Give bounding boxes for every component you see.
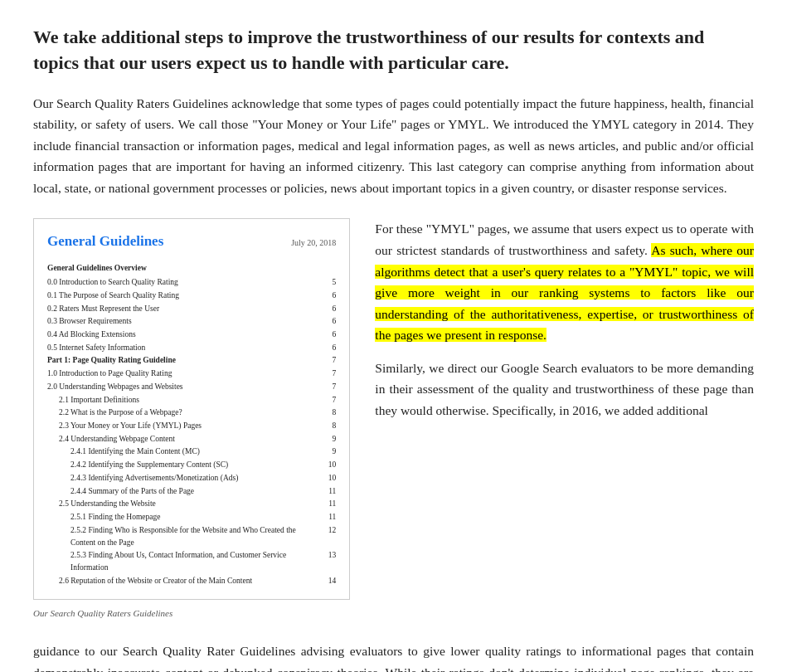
right-paragraph-1: For these "YMYL" pages, we assume that u… xyxy=(375,218,754,345)
toc-item: 1.0 Introduction to Page Quality Rating7 xyxy=(47,368,336,381)
toc-item-label: 2.0 Understanding Webpages and Websites xyxy=(47,381,183,393)
toc-item-page: 9 xyxy=(333,433,337,446)
toc-item-label: 0.0 Introduction to Search Quality Ratin… xyxy=(47,276,178,289)
guidelines-box: General Guidelines July 20, 2018 General… xyxy=(33,218,350,599)
toc-item: 2.4.4 Summary of the Parts of the Page11 xyxy=(47,485,336,498)
toc-item-page: 6 xyxy=(333,290,337,302)
bottom-paragraph: guidance to our Search Quality Rater Gui… xyxy=(33,640,754,672)
toc-item: 2.6 Reputation of the Website or Creator… xyxy=(47,574,336,587)
toc-item-label: 2.4 Understanding Webpage Content xyxy=(59,433,175,446)
toc-item-page: 6 xyxy=(333,303,337,315)
toc-item: 2.4.2 Identifying the Supplementary Cont… xyxy=(47,459,336,472)
toc-item: 0.3 Browser Requirements6 xyxy=(47,315,336,329)
highlighted-text: As such, where our algorithms detect tha… xyxy=(375,243,754,342)
guidelines-caption: Our Search Quality Raters Guidelines xyxy=(33,606,350,621)
page-heading: We take additional steps to improve the … xyxy=(33,25,754,76)
toc-overview-header: General Guidelines Overview xyxy=(47,262,336,275)
intro-paragraph: Our Search Quality Raters Guidelines ack… xyxy=(33,93,754,199)
toc-item-page: 8 xyxy=(333,407,337,419)
toc-item-label: 2.5.1 Finding the Homepage xyxy=(70,511,160,523)
toc-item: 0.4 Ad Blocking Extensions6 xyxy=(47,329,336,342)
toc-item-label: 1.0 Introduction to Page Quality Rating xyxy=(47,368,172,380)
toc-item-page: 6 xyxy=(333,315,337,328)
toc-item-label: 0.3 Browser Requirements xyxy=(47,315,132,328)
toc-item: 2.5.2 Finding Who is Responsible for the… xyxy=(47,523,336,548)
toc-item-page: 7 xyxy=(333,368,337,380)
toc-item: 2.5.3 Finding About Us, Contact Informat… xyxy=(47,549,336,574)
toc-item-page: 7 xyxy=(333,354,337,367)
guidelines-header: General Guidelines July 20, 2018 xyxy=(47,231,336,256)
toc-item-label: 2.1 Important Definitions xyxy=(59,394,139,407)
toc-item: 0.1 The Purpose of Search Quality Rating… xyxy=(47,289,336,302)
toc-item-page: 8 xyxy=(333,420,337,432)
toc-item: 0.0 Introduction to Search Quality Ratin… xyxy=(47,276,336,290)
toc-item-page: 11 xyxy=(328,485,336,498)
toc-item-page: 13 xyxy=(328,549,337,573)
toc-item-label: 2.4.3 Identifying Advertisements/Monetiz… xyxy=(70,472,238,485)
toc-item-label: 2.3 Your Money or Your Life (YMYL) Pages xyxy=(59,420,202,432)
toc-item: 0.2 Raters Must Represent the User6 xyxy=(47,302,336,315)
toc-item: 2.2 What is the Purpose of a Webpage?8 xyxy=(47,407,336,420)
toc-item-label: 0.1 The Purpose of Search Quality Rating xyxy=(47,290,179,302)
right-column: For these "YMYL" pages, we assume that u… xyxy=(375,218,754,621)
toc-item-label: 2.5.2 Finding Who is Responsible for the… xyxy=(70,524,322,548)
toc-item-label: 2.5.3 Finding About Us, Contact Informat… xyxy=(70,549,322,573)
toc-item-page: 6 xyxy=(333,342,337,354)
toc-item: 2.5 Understanding the Website11 xyxy=(47,498,336,511)
toc-item-label: 0.4 Ad Blocking Extensions xyxy=(47,329,136,341)
toc-item-page: 10 xyxy=(328,472,337,485)
toc-item: 2.1 Important Definitions7 xyxy=(47,393,336,407)
toc-item-label: 0.5 Internet Safety Information xyxy=(47,342,145,354)
toc-item: 2.3 Your Money or Your Life (YMYL) Pages… xyxy=(47,420,336,433)
toc-item-page: 7 xyxy=(333,394,337,407)
toc-item-page: 12 xyxy=(328,524,337,548)
toc-item-page: 6 xyxy=(333,329,337,341)
toc-item-label: 0.2 Raters Must Represent the User xyxy=(47,303,159,315)
toc-item: Part 1: Page Quality Rating Guideline7 xyxy=(47,354,336,368)
toc-item: 2.4.1 Identifying the Main Content (MC)9 xyxy=(47,446,336,459)
left-column: General Guidelines July 20, 2018 General… xyxy=(33,218,350,621)
toc-item: 2.4.3 Identifying Advertisements/Monetiz… xyxy=(47,471,336,485)
toc-item: 2.0 Understanding Webpages and Websites7 xyxy=(47,380,336,393)
toc-item-label: 2.2 What is the Purpose of a Webpage? xyxy=(59,407,182,419)
toc-item-label: 2.5 Understanding the Website xyxy=(59,498,156,510)
right-paragraph-2: Similarly, we direct our Google Search e… xyxy=(375,358,754,421)
toc-item-page: 11 xyxy=(328,511,336,523)
toc-item-page: 7 xyxy=(333,381,337,393)
two-column-section: General Guidelines July 20, 2018 General… xyxy=(33,218,754,621)
toc-item-label: 2.4.4 Summary of the Parts of the Page xyxy=(70,485,194,498)
toc-item-page: 11 xyxy=(328,498,336,510)
toc-item-label: 2.4.1 Identifying the Main Content (MC) xyxy=(70,446,200,458)
toc-item-page: 10 xyxy=(328,459,337,471)
guidelines-title: General Guidelines xyxy=(47,231,163,252)
guidelines-date: July 20, 2018 xyxy=(291,236,336,249)
toc-item-page: 5 xyxy=(333,276,337,289)
toc-item-label: Part 1: Page Quality Rating Guideline xyxy=(47,354,176,367)
toc-item-page: 14 xyxy=(328,575,337,587)
toc-item: 2.5.1 Finding the Homepage11 xyxy=(47,511,336,524)
toc-item-label: 2.4.2 Identifying the Supplementary Cont… xyxy=(70,459,228,471)
guidelines-toc: General Guidelines Overview 0.0 Introduc… xyxy=(47,262,336,587)
toc-item: 0.5 Internet Safety Information6 xyxy=(47,341,336,354)
toc-item-page: 9 xyxy=(333,446,337,458)
toc-item: 2.4 Understanding Webpage Content9 xyxy=(47,432,336,446)
toc-item-label: 2.6 Reputation of the Website or Creator… xyxy=(59,575,252,587)
